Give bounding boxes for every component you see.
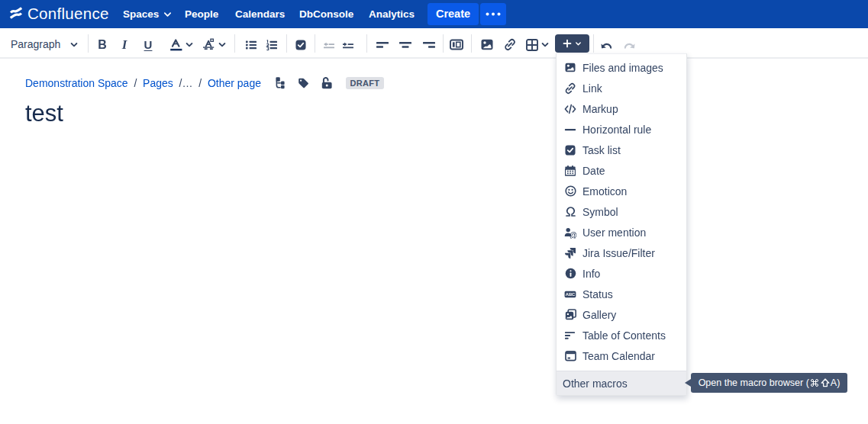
- svg-text:@: @: [570, 230, 576, 238]
- svg-text:ABC: ABC: [566, 292, 576, 297]
